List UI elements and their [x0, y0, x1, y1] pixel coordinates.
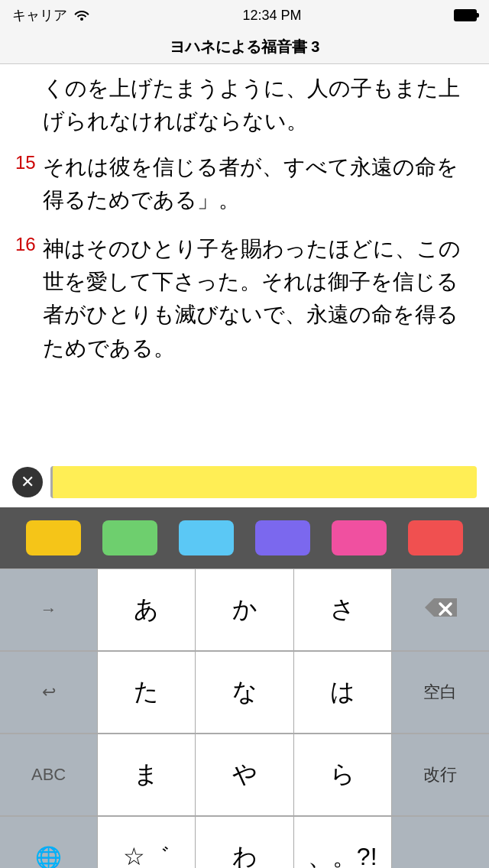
keyboard-row-2: ABCまやら改行	[0, 734, 489, 816]
keyboard-key-3-1[interactable]: ☆゛	[98, 817, 196, 868]
scripture-area: くのを上げたまうように、人の子もまた上げられなければならない。 15 それは彼を…	[0, 64, 489, 507]
keyboard-row-1: ↩たなは空白	[0, 651, 489, 734]
verse-15-number: 15	[15, 151, 43, 217]
close-icon: ✕	[21, 472, 34, 492]
status-left: キャリア	[12, 6, 90, 24]
verse-16-text: 神はそのひとり子を賜わったほどに、この世を愛して下さった。それは御子を信じる者が…	[43, 232, 474, 365]
keyboard-key-3-0[interactable]: 🌐	[0, 817, 98, 868]
status-right	[454, 9, 477, 21]
color-swatch-pink[interactable]	[332, 520, 387, 555]
keyboard-key-2-1[interactable]: ま	[98, 734, 196, 816]
keyboard-key-2-2[interactable]: や	[196, 734, 293, 816]
keyboard-key-2-4[interactable]: 改行	[392, 734, 489, 816]
keyboard-row-3: 🌐☆゛わ、。?!	[0, 816, 489, 868]
wifi-icon	[73, 7, 90, 24]
keyboard-key-1-1[interactable]: た	[98, 652, 196, 734]
keyboard-key-3-3[interactable]: 、。?!	[294, 817, 392, 868]
keyboard-key-0-0[interactable]: →	[0, 569, 98, 651]
keyboard-key-3-4[interactable]	[392, 817, 489, 868]
keyboard-row-0: →あかさ	[0, 568, 489, 651]
battery-icon	[454, 9, 477, 21]
color-swatch-red[interactable]	[408, 520, 463, 555]
title-bar: ヨハネによる福音書 3	[0, 31, 489, 64]
keyboard-key-1-2[interactable]: な	[196, 652, 293, 734]
color-picker-bar	[0, 507, 489, 568]
keyboard-key-1-4[interactable]: 空白	[392, 652, 489, 734]
keyboard-key-2-3[interactable]: ら	[294, 734, 392, 816]
verse-15-text: それは彼を信じる者が、すべて永遠の命を得るためである」。	[43, 151, 474, 217]
keyboard-key-3-2[interactable]: わ	[196, 817, 293, 868]
keyboard-key-0-3[interactable]: さ	[294, 569, 392, 651]
color-swatch-purple[interactable]	[255, 520, 310, 555]
keyboard-key-0-4[interactable]	[392, 569, 489, 651]
color-swatch-blue[interactable]	[179, 520, 234, 555]
highlight-text-input[interactable]	[50, 466, 477, 498]
keyboard-key-1-0[interactable]: ↩	[0, 652, 98, 734]
verse-16-block: 16 神はそのひとり子を賜わったほどに、この世を愛して下さった。それは御子を信じ…	[15, 232, 474, 365]
delete-icon	[423, 595, 457, 625]
status-time: 12:34 PM	[242, 8, 301, 24]
continuation-text: くのを上げたまうように、人の子もまた上げられなければならない。	[15, 72, 474, 138]
carrier-text: キャリア	[12, 6, 67, 24]
verse-15-block: 15 それは彼を信じる者が、すべて永遠の命を得るためである」。	[15, 151, 474, 217]
verse-16-number: 16	[15, 232, 43, 365]
close-button[interactable]: ✕	[12, 467, 43, 497]
keyboard-key-2-0[interactable]: ABC	[0, 734, 98, 816]
keyboard-area: →あかさ ↩たなは空白ABCまやら改行🌐☆゛わ、。?!	[0, 568, 489, 868]
color-swatch-green[interactable]	[102, 520, 157, 555]
page-title: ヨハネによる福音書 3	[170, 37, 320, 57]
highlight-input-area: ✕	[0, 458, 489, 507]
keyboard-key-0-1[interactable]: あ	[98, 569, 196, 651]
color-swatch-yellow[interactable]	[26, 520, 81, 555]
status-bar: キャリア 12:34 PM	[0, 0, 489, 31]
keyboard-key-1-3[interactable]: は	[294, 652, 392, 734]
keyboard-key-0-2[interactable]: か	[196, 569, 293, 651]
